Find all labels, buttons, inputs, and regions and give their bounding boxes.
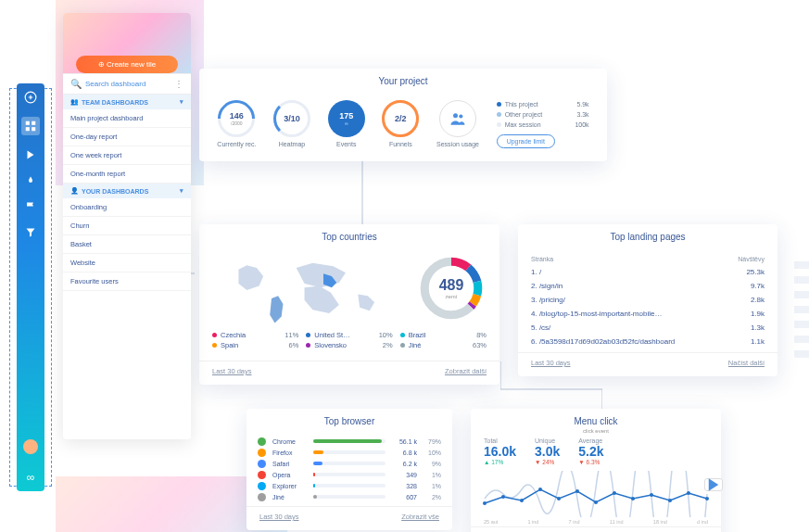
ghost-decoration — [794, 256, 809, 358]
more-icon[interactable]: ⋮ — [174, 79, 183, 89]
table-row: Chrome56.1 k79% — [258, 436, 441, 447]
date-range-link[interactable]: Last 30 days — [259, 513, 299, 521]
panel-title: Your project — [199, 69, 607, 94]
svg-point-20 — [613, 491, 616, 495]
project-panel: Your project 146/2000 Currently rec. 3/1… — [199, 69, 607, 161]
table-row[interactable]: 4. /blog/top-15-most-important-mobile…1.… — [531, 307, 765, 321]
stat: Unique3.0k▼ 24% — [535, 437, 560, 465]
avatar[interactable] — [23, 439, 38, 454]
menu-click-chart: 25 aut1 ind7 ind11 ind18 indd ind — [471, 465, 721, 523]
date-range-link[interactable]: Last 30 days — [212, 367, 252, 375]
metric-heatmap[interactable]: 3/10 Heatmap — [273, 100, 310, 147]
countries-donut: 489zemí — [416, 253, 487, 323]
flame-icon[interactable] — [24, 174, 37, 187]
table-row[interactable]: 5. /cs/1.3k — [531, 321, 765, 335]
metric-funnels[interactable]: 2/2 Funnels — [382, 100, 419, 147]
metric-currently-rec[interactable]: 146/2000 Currently rec. — [217, 100, 256, 147]
browser-icon — [258, 493, 266, 501]
sidebar-hero: ⊕ Create new tile — [63, 13, 191, 73]
sidebar-item[interactable]: One-day report — [63, 128, 191, 146]
table-row: Opera3491% — [258, 469, 441, 480]
date-range-link[interactable]: Last 30 days — [531, 359, 571, 367]
funnel-icon[interactable] — [24, 226, 37, 239]
nav-rail: ∞ — [17, 83, 44, 491]
table-row[interactable]: 2. /sign/in9.7k — [531, 279, 765, 293]
table-row[interactable]: 3. /pricing/2.8k — [531, 293, 765, 307]
svg-point-13 — [483, 501, 487, 505]
legend-item: United St…10% — [306, 331, 392, 339]
svg-point-19 — [594, 500, 598, 504]
table-row: Jiné6072% — [258, 491, 441, 502]
search-input[interactable] — [85, 80, 169, 88]
stat: Total16.0k▲ 17% — [484, 437, 516, 465]
create-tile-button[interactable]: ⊕ Create new tile — [76, 56, 178, 73]
browser-icon — [258, 482, 266, 490]
browser-icon — [258, 449, 266, 457]
show-all-link[interactable]: Zobrazit vše — [401, 513, 439, 521]
browser-icon — [258, 437, 266, 446]
sidebar-item[interactable]: Onboarding — [63, 198, 191, 217]
sidebar-item[interactable]: One week report — [63, 146, 191, 165]
legend-item: Jiné63% — [400, 341, 487, 349]
sidebar-panel: ⊕ Create new tile 🔍 ⋮ 👥 TEAM DASHBOARDS▾… — [63, 13, 191, 439]
table-row: Safari6.2 k9% — [258, 458, 441, 469]
section-team[interactable]: 👥 TEAM DASHBOARDS▾ — [63, 95, 191, 109]
landing-panel: Top landing pages StránkaNávštěvy 1. /25… — [518, 224, 777, 376]
table-row: Firefox6.8 k10% — [258, 447, 441, 458]
svg-point-24 — [687, 491, 690, 495]
chevron-down-icon: ▾ — [180, 187, 183, 195]
table-row[interactable]: 1. /25.3k — [531, 265, 765, 279]
sidebar-item[interactable]: Basket — [63, 235, 191, 254]
legend-item: Spain6% — [212, 341, 298, 349]
svg-point-14 — [501, 495, 505, 499]
legend-item: Brazil8% — [400, 331, 487, 339]
user-icon: 👤 — [70, 187, 79, 195]
table-row[interactable]: 6. /5a3598d17d69d02ab03d52fc/dashboard1.… — [531, 335, 765, 348]
section-your[interactable]: 👤 YOUR DASHBOARDS▾ — [63, 184, 191, 198]
svg-point-15 — [520, 499, 524, 502]
team-icon: 👥 — [70, 98, 79, 106]
countries-panel: Top countries — [199, 224, 499, 385]
svg-point-5 — [453, 113, 458, 118]
svg-point-22 — [650, 493, 653, 497]
flag-icon[interactable] — [24, 200, 37, 213]
message-icon[interactable] — [24, 91, 37, 104]
sidebar-item[interactable]: One-month report — [63, 165, 191, 184]
sidebar-item[interactable]: Favourite users — [63, 272, 191, 291]
show-more-link[interactable]: Zobrazit další — [445, 367, 487, 375]
load-more-link[interactable]: Načíst další — [728, 359, 765, 367]
play-icon[interactable] — [24, 148, 37, 161]
svg-point-6 — [459, 114, 462, 118]
infinity-icon[interactable]: ∞ — [27, 471, 35, 484]
countries-legend: Czechia11%United St…10%Brazil8%Spain6%Sl… — [199, 327, 499, 357]
legend-item: Slovensko2% — [306, 341, 392, 349]
play-icon[interactable] — [704, 478, 723, 491]
svg-point-17 — [557, 497, 561, 500]
svg-point-18 — [575, 489, 579, 493]
legend-item: Czechia11% — [212, 331, 298, 339]
svg-point-21 — [631, 497, 635, 500]
sidebar-item[interactable]: Website — [63, 254, 191, 272]
search-icon: 🔍 — [70, 79, 82, 89]
users-icon — [439, 100, 476, 137]
table-row: Explorer3281% — [258, 480, 441, 491]
browser-panel: Top browser Chrome56.1 k79%Firefox6.8 k1… — [246, 409, 452, 530]
metric-events[interactable]: 175∞ Events — [328, 100, 365, 147]
menu-click-panel: Menu click click event Total16.0k▲ 17%Un… — [471, 409, 721, 532]
chevron-down-icon: ▾ — [180, 98, 183, 106]
stat: Average5.2k▼ 6.3% — [578, 437, 603, 465]
svg-point-16 — [538, 488, 542, 491]
upgrade-button[interactable]: Upgrade limit — [497, 134, 555, 148]
svg-rect-3 — [26, 127, 30, 131]
panel-title: Top landing pages — [518, 224, 777, 249]
panel-title: Top browser — [246, 409, 452, 434]
panel-title: Top countries — [199, 224, 499, 249]
dashboard-icon[interactable] — [21, 117, 40, 135]
sidebar-item[interactable]: Churn — [63, 217, 191, 235]
world-map — [212, 253, 405, 327]
svg-rect-4 — [32, 127, 35, 131]
browser-icon — [258, 471, 266, 479]
metric-session[interactable]: Session usage — [436, 100, 479, 147]
svg-point-23 — [668, 499, 672, 502]
sidebar-item[interactable]: Main project dashboard — [63, 109, 191, 128]
